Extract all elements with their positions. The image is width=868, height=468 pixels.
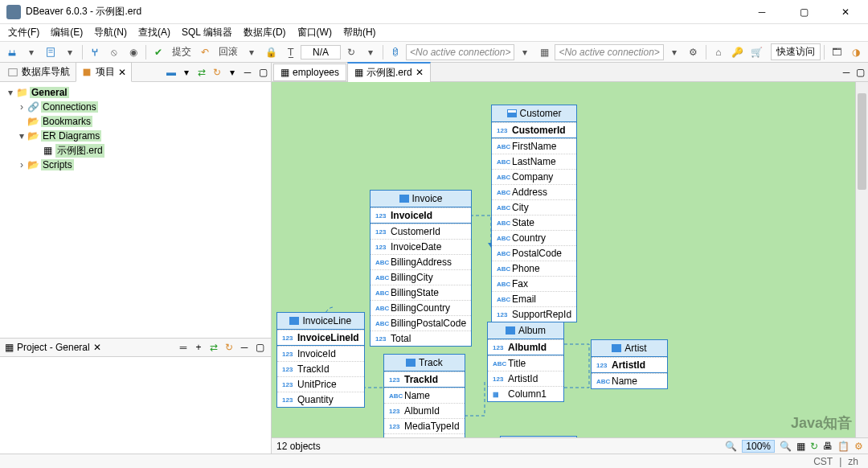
lock-icon[interactable]: 🔒: [262, 43, 280, 61]
zoom-level[interactable]: 100%: [742, 440, 775, 453]
refresh-icon[interactable]: ↻: [211, 66, 223, 79]
dropdown-icon[interactable]: ▾: [243, 43, 260, 61]
tab-project[interactable]: 项目 ✕: [76, 62, 132, 82]
menu-help[interactable]: 帮助(H): [338, 24, 381, 41]
perspective-dbeaver-icon[interactable]: ◑: [847, 43, 865, 61]
plug-icon[interactable]: [86, 43, 104, 61]
tx-icon[interactable]: T̲: [281, 43, 299, 61]
refresh-icon[interactable]: ↻: [342, 43, 360, 61]
table-customer[interactable]: Customer 123CustomerId ABCFirstName ABCL…: [491, 105, 577, 322]
link-icon[interactable]: ⇄: [195, 66, 208, 79]
editor-status-bar: 12 objects 🔍 100% 🔍 ▦ ↻ 🖶 📋 ⚙: [272, 437, 868, 454]
collapse-icon[interactable]: ▾: [180, 66, 193, 79]
menu-db[interactable]: 数据库(D): [239, 24, 291, 41]
main-toolbar: ▾ ▾ ⦸ ◉ ✔ 提交 ↶ 回滚 ▾ 🔒 T̲ N/A ↻ ▾ 🛢 <No a…: [0, 42, 868, 63]
menu-window[interactable]: 窗口(W): [293, 24, 337, 41]
refresh-icon[interactable]: ↻: [223, 341, 235, 354]
link-icon[interactable]: ⇄: [207, 341, 220, 354]
zoom-icon[interactable]: 🔍: [780, 441, 792, 452]
connection-combo[interactable]: <No active connection>: [406, 44, 514, 60]
editor-tab-employees[interactable]: ▦employees: [273, 64, 346, 81]
na-box[interactable]: N/A: [301, 45, 341, 60]
minimize-icon[interactable]: ─: [238, 341, 251, 354]
editor-tabs: ▦employees ▦示例图.erd✕ ─ ▢: [272, 63, 868, 82]
dropdown-icon[interactable]: ▾: [665, 43, 683, 61]
tree-node-bookmarks[interactable]: 📂Bookmarks: [2, 114, 269, 129]
table-invoice[interactable]: Invoice 123InvoiceId 123CustomerId 123In…: [370, 190, 472, 347]
table-artist[interactable]: Artist 123ArtistId ABCName: [591, 339, 668, 389]
key-icon[interactable]: 🔑: [729, 43, 747, 61]
editor-tab-erd[interactable]: ▦示例图.erd✕: [347, 62, 431, 83]
search-icon[interactable]: 🔍: [725, 441, 737, 452]
main-area: 数据库导航 项目 ✕ ▬ ▾ ⇄ ↻ ▾ ─ ▢ ▾📁General ›🔗Con…: [0, 63, 868, 454]
minimize-icon[interactable]: ─: [840, 66, 853, 79]
table-icon: ▦: [280, 67, 289, 78]
table-album[interactable]: Album 123AlbumId ABCTitle 123ArtistId ▦C…: [487, 322, 564, 402]
commit-label[interactable]: 提交: [169, 45, 194, 59]
db-icon[interactable]: 🛢: [387, 43, 404, 61]
tree-node-scripts[interactable]: ›📂Scripts: [2, 158, 269, 172]
menu-icon[interactable]: ▾: [226, 66, 239, 79]
menu-sql[interactable]: SQL 编辑器: [177, 24, 237, 41]
svg-rect-13: [289, 317, 299, 325]
dropdown-icon[interactable]: ▾: [23, 43, 40, 61]
menu-find[interactable]: 查找(A): [133, 24, 175, 41]
settings-icon[interactable]: ⚙: [854, 441, 863, 452]
menu-file[interactable]: 文件(F): [3, 24, 44, 41]
table-invoiceline[interactable]: InvoiceLine 123InvoiceLineId 123InvoiceI…: [276, 312, 365, 408]
close-icon[interactable]: ✕: [118, 67, 126, 78]
title-bar: DBeaver 6.0.3 - 示例图.erd ─ ▢ ✕: [0, 0, 868, 24]
maximize-button[interactable]: ▢: [788, 1, 820, 23]
svg-rect-14: [406, 359, 416, 367]
navigator-tree[interactable]: ▾📁General ›🔗Connections 📂Bookmarks ▾📂ER …: [0, 82, 271, 338]
tree-node-erdiagrams[interactable]: ▾📂ER Diagrams: [2, 129, 269, 143]
add-icon[interactable]: +: [192, 341, 205, 354]
settings-icon[interactable]: ⚙: [685, 43, 702, 61]
maximize-icon[interactable]: ▢: [253, 341, 266, 354]
quick-access[interactable]: 快速访问: [771, 43, 821, 60]
table-track[interactable]: Track 123TrackId ABCName 123AlbumId 123M…: [383, 354, 465, 437]
dropdown-icon[interactable]: ▾: [362, 43, 379, 61]
close-icon[interactable]: ✕: [93, 342, 101, 353]
close-icon[interactable]: ✕: [416, 67, 424, 78]
cart-icon[interactable]: 🛒: [748, 43, 766, 61]
new-sql-icon[interactable]: [42, 43, 59, 61]
close-button[interactable]: ✕: [829, 1, 862, 23]
table-genre[interactable]: Genre 123GenreId: [500, 436, 577, 437]
layout-icon[interactable]: ▦: [796, 441, 805, 452]
menu-nav[interactable]: 导航(N): [89, 24, 132, 41]
tree-node-connections[interactable]: ›🔗Connections: [2, 100, 269, 114]
editor-area: ▦employees ▦示例图.erd✕ ─ ▢: [272, 63, 868, 454]
app-icon: [6, 5, 21, 19]
vertical-scrollbar[interactable]: [855, 82, 868, 437]
transaction-icon[interactable]: ◉: [125, 43, 142, 61]
rollback-label[interactable]: 回滚: [215, 45, 241, 59]
nav-tabs: 数据库导航 项目 ✕ ▬ ▾ ⇄ ↻ ▾ ─ ▢: [0, 63, 271, 82]
maximize-icon[interactable]: ▢: [256, 66, 269, 79]
menu-edit[interactable]: 编辑(E): [46, 24, 88, 41]
new-connection-icon[interactable]: [3, 43, 21, 61]
minimize-button[interactable]: ─: [746, 1, 778, 23]
home-icon[interactable]: ⌂: [710, 43, 727, 61]
maximize-icon[interactable]: ▢: [854, 66, 866, 79]
view-icon[interactable]: ▬: [165, 66, 178, 79]
erd-canvas[interactable]: Customer 123CustomerId ABCFirstName ABCL…: [272, 82, 868, 437]
commit-icon[interactable]: ✔: [149, 43, 167, 61]
dropdown-icon[interactable]: ▾: [61, 43, 79, 61]
rollback-icon[interactable]: ↶: [196, 43, 214, 61]
tree-node-general[interactable]: ▾📁General: [2, 85, 269, 100]
print-icon[interactable]: 🖶: [823, 441, 833, 452]
collapse-icon[interactable]: ═: [177, 341, 190, 354]
export-icon[interactable]: 📋: [837, 441, 850, 452]
schema-icon[interactable]: ▦: [535, 43, 553, 61]
unplug-icon[interactable]: ⦸: [105, 43, 123, 61]
scrollbar-thumb[interactable]: [858, 93, 866, 190]
minimize-icon[interactable]: ─: [241, 66, 254, 79]
dropdown-icon[interactable]: ▾: [516, 43, 534, 61]
tab-db-navigator[interactable]: 数据库导航: [2, 62, 76, 82]
left-panel: 数据库导航 项目 ✕ ▬ ▾ ⇄ ↻ ▾ ─ ▢ ▾📁General ›🔗Con…: [0, 63, 272, 454]
refresh-icon[interactable]: ↻: [810, 441, 818, 452]
perspective-db-icon[interactable]: 🗔: [828, 43, 845, 61]
schema-combo[interactable]: <No active connection>: [555, 44, 663, 60]
tree-node-erd-file[interactable]: ▦示例图.erd: [2, 143, 269, 158]
